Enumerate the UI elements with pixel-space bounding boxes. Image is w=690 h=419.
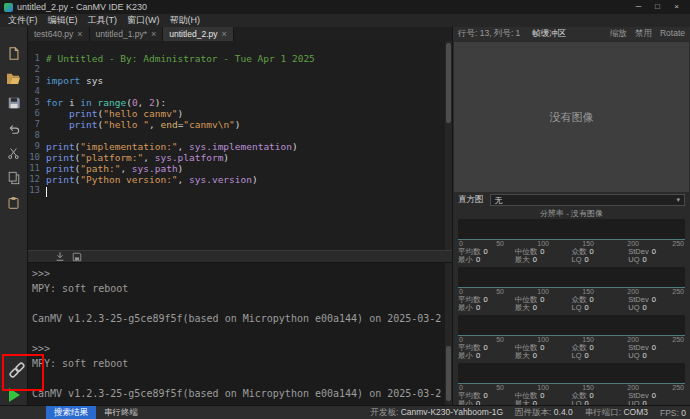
- pane-button-搜索结果[interactable]: 搜索结果: [46, 406, 96, 419]
- code-text: print("path:", sys.path): [46, 163, 183, 174]
- axis-tick-label: 50: [496, 336, 504, 344]
- maximize-button[interactable]: □: [648, 0, 667, 14]
- paste-icon[interactable]: [5, 194, 23, 212]
- main-area: test640.py×untitled_1.py*×untitled_2.py×…: [0, 27, 690, 405]
- tab-close-icon[interactable]: ×: [221, 29, 226, 39]
- histogram-plot: [458, 219, 685, 240]
- histogram-title: 直方图: [458, 194, 484, 206]
- histogram-stat: UQ0: [628, 304, 685, 312]
- stat-value: 0: [643, 256, 647, 264]
- histogram-stat: 最小0: [458, 256, 515, 264]
- stat-value: 0: [643, 352, 647, 360]
- axis-tick-label: 50: [496, 288, 504, 296]
- histogram-channels: 050100150200250平均数0中位数0众数0StDev0最小0最大0LQ…: [453, 219, 690, 405]
- terminal-line: MPY: soft reboot: [32, 356, 444, 371]
- stat-value: 0: [652, 296, 656, 304]
- line-number: 5: [28, 97, 46, 108]
- tab-untitled_2py[interactable]: untitled_2.py×: [163, 27, 233, 41]
- menu-item[interactable]: 文件(F): [3, 14, 43, 27]
- app-logo-icon: [4, 3, 13, 12]
- chevron-down-icon: ▾: [676, 196, 680, 204]
- minimize-button[interactable]: ─: [629, 0, 648, 14]
- histogram-stat: 最大0: [515, 304, 572, 312]
- histogram-plot: [458, 315, 685, 336]
- framebuffer-preview: 没有图像: [454, 42, 689, 192]
- stat-label: LQ: [572, 352, 582, 360]
- cut-icon[interactable]: [5, 144, 23, 162]
- connect-board-button[interactable]: [6, 359, 28, 381]
- stat-value: 0: [540, 248, 544, 256]
- tab-close-icon[interactable]: ×: [77, 29, 82, 39]
- menu-item[interactable]: 窗口(W): [122, 14, 165, 27]
- terminal-scrollbar[interactable]: [445, 263, 452, 405]
- framebuffer-control-Rotate[interactable]: Rotate: [660, 28, 685, 40]
- terminal-line: CanMV v1.2.3-25-g5ce89f5f(based on Micro…: [32, 386, 444, 401]
- stat-value: 0: [476, 304, 480, 312]
- cursor-position: 行号: 13, 列号: 1: [458, 28, 520, 40]
- histogram-header: 直方图 无 ▾: [453, 192, 690, 208]
- stat-label: 最小: [458, 256, 473, 264]
- histogram-stat: LQ0: [572, 304, 629, 312]
- framebuffer-control-缩放[interactable]: 缩放: [610, 28, 627, 40]
- status-info-item: 固件版本: 0.4.0: [515, 407, 573, 419]
- histogram-mode-select[interactable]: 无 ▾: [490, 194, 686, 206]
- save-log-icon[interactable]: [71, 251, 83, 262]
- tab-close-icon[interactable]: ×: [151, 29, 156, 39]
- code-line: 12print("Python version:", sys.version): [28, 174, 452, 185]
- pane-button-串行终端[interactable]: 串行终端: [96, 406, 146, 419]
- code-line: 3import sys: [28, 75, 452, 86]
- status-info-item: FPS: 0: [660, 408, 686, 418]
- code-text: # Untitled - By: Administrator - Tue Apr…: [46, 53, 315, 64]
- histogram-stat: UQ0: [628, 256, 685, 264]
- code-line: 8: [28, 130, 452, 141]
- left-toolbar: [0, 27, 28, 405]
- status-info-value: 0: [681, 408, 686, 418]
- undo-icon[interactable]: [5, 119, 23, 137]
- save-file-icon[interactable]: [5, 94, 23, 112]
- histogram-plot: [458, 267, 685, 288]
- run-script-button[interactable]: [9, 388, 20, 402]
- terminal-line: [32, 371, 444, 386]
- scroll-to-bottom-icon[interactable]: [54, 251, 66, 262]
- status-info: 开发板: Canmv-K230-Yahboom-1G固件版本: 0.4.0串行端…: [370, 406, 690, 419]
- line-number: 9: [28, 141, 46, 152]
- tab-untitled_1py[interactable]: untitled_1.py*×: [90, 27, 164, 41]
- code-editor[interactable]: 1# Untitled - By: Administrator - Tue Ap…: [28, 41, 452, 250]
- menu-item[interactable]: 帮助(H): [165, 14, 206, 27]
- stat-value: 0: [643, 304, 647, 312]
- stat-value: 0: [585, 304, 589, 312]
- menu-item[interactable]: 编辑(E): [43, 14, 83, 27]
- open-file-icon[interactable]: [5, 69, 23, 87]
- editor-scrollbar[interactable]: [445, 41, 452, 250]
- framebuffer-control-禁用[interactable]: 禁用: [635, 28, 652, 40]
- editor-terminal-column: test640.py×untitled_1.py*×untitled_2.py×…: [28, 27, 452, 405]
- stat-value: 0: [476, 256, 480, 264]
- new-file-icon[interactable]: [5, 44, 23, 62]
- histogram-stat: UQ0: [628, 352, 685, 360]
- title-bar: untitled_2.py - CanMV IDE K230 ─ □ ×: [0, 0, 690, 14]
- stat-value: 0: [590, 344, 594, 352]
- copy-icon[interactable]: [5, 169, 23, 187]
- histogram-channel: 050100150200250平均数0中位数0众数0StDev0最小0最大0LQ…: [458, 315, 685, 360]
- stat-value: 0: [590, 248, 594, 256]
- stat-value: 0: [652, 248, 656, 256]
- code-text: for i in range(0, 2):: [46, 97, 166, 108]
- stat-value: 0: [652, 392, 656, 400]
- stat-value: 0: [585, 256, 589, 264]
- stat-label: LQ: [572, 304, 582, 312]
- close-button[interactable]: ×: [667, 0, 686, 14]
- histogram-stats-row: 最小0最大0LQ0UQ0: [458, 352, 685, 360]
- menu-item[interactable]: 工具(T): [83, 14, 123, 27]
- text-caret: [46, 187, 47, 197]
- stat-value: 0: [476, 352, 480, 360]
- status-info-label: 开发板:: [370, 407, 400, 417]
- code-text: print("platform:", sys.platform): [46, 152, 229, 163]
- editor-scrollbar-thumb[interactable]: [446, 43, 451, 123]
- framebuffer-panel: 行号: 13, 列号: 1 帧缓冲区 缩放禁用Rotate 没有图像 直方图 无…: [452, 27, 690, 405]
- terminal-scrollbar-thumb[interactable]: [446, 346, 451, 401]
- tab-test640py[interactable]: test640.py×: [28, 27, 90, 41]
- code-line: 6 print("hello canmv"): [28, 108, 452, 119]
- serial-terminal[interactable]: >>> MPY: soft reboot CanMV v1.2.3-25-g5c…: [28, 263, 452, 405]
- line-number: 1: [28, 53, 46, 64]
- code-text: import sys: [46, 75, 103, 86]
